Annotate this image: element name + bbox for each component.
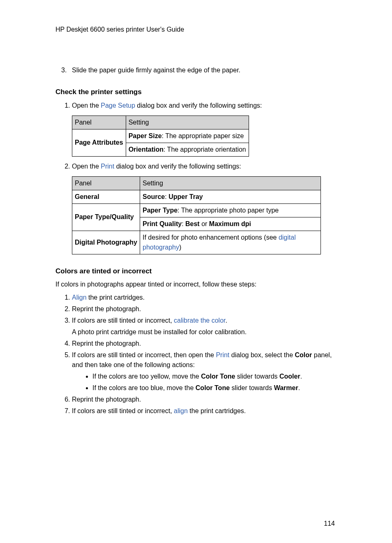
color-actions-list: If the colors are too yellow, move the C… (72, 372, 337, 393)
text: If the colors are too yellow, move the (92, 373, 201, 380)
panel-cell: Page Attributes (72, 129, 126, 156)
setting-cell: Paper Size: The appropriate paper size (126, 129, 249, 143)
colors-step-5: If colors are still tinted or incorrect,… (72, 350, 337, 393)
step-list-continued: Slide the paper guide firmly against the… (55, 65, 337, 75)
bold-text: Color (295, 351, 312, 358)
setting-cell: Paper Type: The appropriate photo paper … (140, 203, 321, 217)
page-setup-table: Panel Setting Page Attributes Paper Size… (72, 116, 249, 157)
text: . (298, 384, 300, 391)
table-row: Page Attributes Paper Size: The appropri… (72, 129, 249, 143)
text: dialog box and verify the following sett… (135, 102, 262, 109)
text: : (182, 220, 185, 227)
page-setup-link[interactable]: Page Setup (101, 102, 135, 109)
bold-text: Color Tone (201, 373, 235, 380)
header-setting: Setting (126, 116, 249, 129)
section-heading-check-settings: Check the printer settings (55, 87, 337, 97)
check-step-2: Open the Print dialog box and verify the… (72, 162, 337, 171)
bold-text: Maximum dpi (209, 220, 251, 227)
text: If desired for photo enhancement options… (143, 234, 279, 241)
bold-text: Best (185, 220, 200, 227)
text: the print cartridges. (188, 407, 246, 414)
setting-cell: Orientation: The appropriate orientation (126, 143, 249, 156)
text: Open the (72, 102, 101, 109)
text: dialog box, select the (229, 351, 295, 358)
colors-step-7: If colors are still tinted or incorrect,… (72, 406, 337, 416)
color-action-blue: If the colors are too blue, move the Col… (92, 383, 337, 393)
text: slider towards (230, 384, 274, 391)
colors-step-1: Align the print cartridges. (72, 293, 337, 303)
bold-text: Upper Tray (168, 193, 203, 200)
section-heading-colors: Colors are tinted or incorrect (55, 266, 337, 277)
bold-text: Color Tone (196, 384, 230, 391)
text: If the colors are too blue, move the (92, 384, 196, 391)
text: or (200, 220, 209, 227)
table-row: Digital Photography If desired for photo… (72, 231, 321, 254)
print-link[interactable]: Print (101, 163, 114, 170)
bold-text: Paper Size (129, 132, 162, 139)
align-link[interactable]: Align (72, 294, 87, 301)
bold-text: Orientation (129, 146, 164, 153)
bold-text: Source (143, 193, 165, 200)
text: : The appropriate orientation (164, 146, 246, 153)
colors-step-3: If colors are still tinted or incorrect,… (72, 316, 337, 337)
text: Open the (72, 163, 101, 170)
check-step-1: Open the Page Setup dialog box and verif… (72, 101, 337, 111)
text: dialog box and verify the following sett… (114, 163, 241, 170)
bold-text: Warmer (274, 384, 298, 391)
bold-text: Paper Type (143, 207, 178, 214)
table-header-row: Panel Setting (72, 176, 321, 190)
calibrate-color-link[interactable]: calibrate the color (174, 317, 225, 324)
panel-cell: Paper Type/Quality (72, 203, 140, 231)
setting-cell: Print Quality: Best or Maximum dpi (140, 217, 321, 231)
header-setting: Setting (140, 176, 321, 190)
colors-step-2: Reprint the photograph. (72, 304, 337, 314)
colors-step-3-note: A photo print cartridge must be installe… (72, 327, 337, 337)
text: If colors are still tinted or incorrect,… (72, 351, 216, 358)
check-settings-list: Open the Page Setup dialog box and verif… (55, 101, 337, 111)
check-settings-list-2: Open the Print dialog box and verify the… (55, 162, 337, 171)
setting-cell: If desired for photo enhancement options… (140, 231, 321, 254)
text: . (300, 373, 302, 380)
align-link-2[interactable]: align (174, 407, 188, 414)
step-3: Slide the paper guide firmly against the… (72, 65, 337, 75)
colors-intro: If colors in photographs appear tinted o… (55, 280, 337, 289)
text: If colors are still tinted or incorrect, (72, 317, 174, 324)
text: : The appropriate paper size (162, 132, 244, 139)
print-settings-table: Panel Setting General Source: Upper Tray… (72, 176, 321, 254)
text: ) (179, 244, 181, 251)
bold-text: Print Quality (143, 220, 182, 227)
colors-steps-list: Align the print cartridges. Reprint the … (55, 293, 337, 416)
document-header: HP Deskjet 6600 series printer User's Gu… (55, 25, 337, 35)
colors-step-6: Reprint the photograph. (72, 395, 337, 404)
table-row: General Source: Upper Tray (72, 190, 321, 203)
print-link-2[interactable]: Print (216, 351, 229, 358)
header-panel: Panel (72, 116, 126, 129)
panel-cell: Digital Photography (72, 231, 140, 254)
page-number: 114 (55, 519, 337, 529)
table-row: Paper Type/Quality Paper Type: The appro… (72, 203, 321, 217)
text: If colors are still tinted or incorrect, (72, 407, 174, 414)
bold-text: Cooler (279, 373, 300, 380)
text: : The appropriate photo paper type (178, 207, 279, 214)
header-panel: Panel (72, 176, 140, 190)
text: slider towards (235, 373, 279, 380)
text: the print cartridges. (87, 294, 145, 301)
color-action-yellow: If the colors are too yellow, move the C… (92, 372, 337, 381)
setting-cell: Source: Upper Tray (140, 190, 321, 203)
text: : (165, 193, 168, 200)
panel-cell: General (72, 190, 140, 203)
text: . (226, 317, 227, 324)
table-header-row: Panel Setting (72, 116, 249, 129)
colors-step-4: Reprint the photograph. (72, 339, 337, 349)
